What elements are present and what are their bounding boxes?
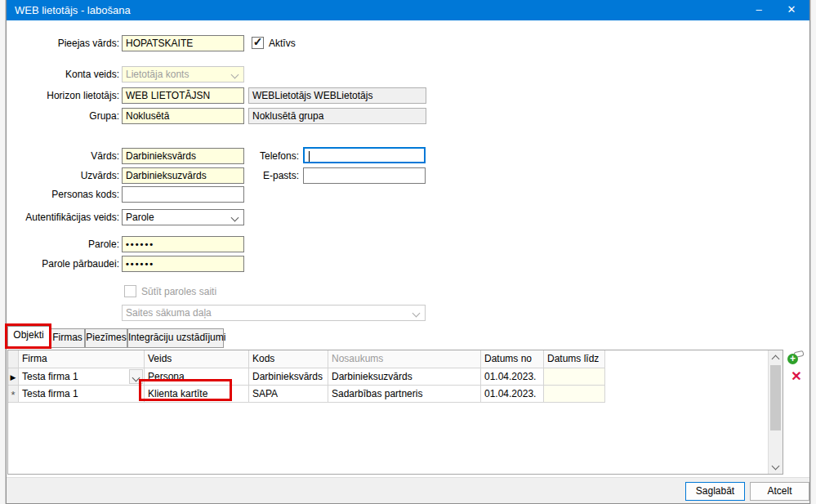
table-row[interactable]: * Testa firma 1 Klienta kartīte SAPA Sad… — [8, 386, 783, 403]
scroll-down-icon[interactable] — [769, 460, 783, 474]
cell-datums-no[interactable]: 01.04.2023. — [481, 386, 544, 403]
access-name-input[interactable]: HOPATSKAITE — [122, 35, 244, 51]
active-checkbox-label: Aktīvs — [269, 37, 296, 50]
cell-kods[interactable]: Darbinieksvārds — [249, 368, 328, 386]
personal-code-label: Personas kods: — [7, 186, 119, 203]
phone-label: Telefons: — [217, 148, 299, 164]
auth-type-value: Parole — [126, 212, 154, 223]
account-type-value: Lietotāja konts — [126, 69, 189, 80]
account-type-label: Konta veids: — [7, 66, 119, 83]
cell-datums-lidz[interactable] — [544, 368, 605, 386]
email-input[interactable] — [303, 167, 426, 184]
scrollbar-thumb[interactable] — [770, 365, 781, 430]
chevron-down-icon — [231, 71, 239, 79]
objects-table: Firma Veids Kods Nosaukums Datums no Dat… — [7, 350, 783, 475]
horizon-user-label: Horizon lietotājs: — [7, 87, 119, 104]
plus-icon: + — [787, 354, 798, 364]
text-cursor — [309, 151, 310, 162]
phone-input[interactable] — [303, 147, 426, 163]
password-confirm-label: Parole pārbaudei: — [7, 256, 119, 272]
header-veids[interactable]: Veids — [145, 350, 249, 368]
account-type-select: Lietotāja konts — [122, 66, 244, 83]
tab-integraciju-label: Integrāciju uzstādījumi — [128, 332, 225, 343]
first-name-label: Vārds: — [7, 148, 119, 164]
tab-objekti-label: Objekti — [13, 329, 43, 341]
horizon-user-input[interactable]: WEB LIETOTĀJSN — [122, 87, 244, 104]
header-datums-lidz[interactable]: Datums līdz — [544, 350, 605, 368]
save-button[interactable]: Saglabāt — [685, 482, 745, 501]
combo-dropdown-button[interactable] — [129, 369, 143, 384]
tab-piezimes[interactable]: Piezīmes — [85, 328, 127, 348]
chevron-up-shape — [772, 355, 780, 364]
cell-veids[interactable]: Klienta kartīte — [145, 386, 249, 403]
password-input[interactable]: •••••• — [122, 236, 244, 252]
cell-firma[interactable]: Testa firma 1 — [19, 368, 145, 386]
cell-firma[interactable]: Testa firma 1 — [19, 386, 145, 403]
background-left-strip — [0, 0, 6, 504]
cell-datums-no[interactable]: 01.04.2023. — [481, 368, 544, 386]
header-nosaukums[interactable]: Nosaukums — [328, 350, 481, 368]
group-display: Noklusētā grupa — [248, 108, 426, 124]
password-label: Parole: — [7, 236, 119, 252]
send-password-link-label: Sūtīt paroles saiti — [141, 285, 216, 298]
personal-code-input[interactable] — [122, 186, 244, 203]
cell-kods[interactable]: SAPA — [249, 386, 328, 403]
table-header-row: Firma Veids Kods Nosaukums Datums no Dat… — [8, 350, 783, 368]
last-name-label: Uzvārds: — [7, 167, 119, 184]
delete-row-icon[interactable]: ✕ — [789, 369, 804, 384]
password-confirm-input[interactable]: •••••• — [122, 256, 244, 272]
current-row-indicator: ▶ — [8, 368, 19, 386]
header-firma[interactable]: Firma — [19, 350, 145, 368]
send-password-link-checkbox — [124, 285, 136, 297]
background-right-strip — [810, 0, 816, 504]
cell-nosaukums[interactable]: Darbinieksuzvārds — [328, 368, 481, 386]
web-user-edit-dialog: WEB lietotājs - labošana – ✕ Pieejas vār… — [6, 0, 810, 504]
tab-objekti[interactable]: Objekti — [7, 326, 50, 348]
add-row-icon[interactable]: + — [787, 351, 804, 366]
cancel-button[interactable]: Atcelt — [750, 482, 809, 501]
chevron-down-icon — [412, 310, 421, 318]
tab-piezimes-label: Piezīmes — [86, 332, 126, 343]
row-filler — [605, 368, 783, 386]
close-icon[interactable]: ✕ — [777, 0, 806, 20]
auth-type-select[interactable]: Parole — [122, 209, 244, 225]
title-bar[interactable]: WEB lietotājs - labošana – ✕ — [7, 0, 809, 20]
email-label: E-pasts: — [217, 167, 299, 184]
cell-veids[interactable]: Persona — [145, 368, 249, 386]
header-datums-no[interactable]: Datums no — [481, 350, 544, 368]
minimize-icon[interactable]: – — [744, 0, 774, 20]
cell-datums-lidz[interactable] — [544, 386, 605, 403]
link-base-value: Saites sākuma daļa — [126, 307, 212, 319]
header-selector-cell — [8, 350, 19, 368]
cell-nosaukums[interactable]: Sadarbības partneris — [328, 386, 481, 403]
chevron-down-icon — [231, 214, 239, 222]
chevron-down-icon — [132, 374, 140, 382]
auth-type-label: Autentifikācijas veids: — [7, 209, 119, 225]
link-base-select: Saites sākuma daļa — [122, 305, 426, 321]
table-row[interactable]: ▶ Testa firma 1 Persona Darbinieksvārds … — [8, 368, 783, 386]
tab-firmas-label: Firmas — [52, 332, 82, 343]
tab-firmas[interactable]: Firmas — [50, 328, 85, 348]
access-name-label: Pieejas vārds: — [7, 35, 119, 51]
row-filler — [605, 386, 783, 403]
horizon-user-display: WEBLietotājs WEBLietotājs — [248, 87, 426, 104]
tab-integraciju-uzstadijumi[interactable]: Integrāciju uzstādījumi — [127, 328, 224, 348]
scroll-up-icon[interactable] — [769, 350, 783, 364]
dialog-footer: Saglabāt Atcelt — [7, 477, 809, 503]
group-label: Grupa: — [7, 108, 119, 124]
current-row-icon: ▶ — [11, 373, 16, 381]
group-input[interactable]: Noklusētā — [122, 108, 244, 124]
check-icon: ✓ — [252, 35, 263, 48]
table-vertical-scrollbar[interactable] — [768, 350, 783, 474]
chevron-down-shape — [772, 462, 780, 471]
header-kods[interactable]: Kods — [249, 350, 328, 368]
active-checkbox[interactable]: ✓ — [252, 37, 264, 49]
dialog-title: WEB lietotājs - labošana — [15, 0, 131, 20]
header-filler — [605, 350, 783, 368]
new-row-indicator: * — [8, 386, 19, 403]
cell-firma-value: Testa firma 1 — [22, 371, 78, 382]
new-row-icon: * — [11, 389, 15, 401]
